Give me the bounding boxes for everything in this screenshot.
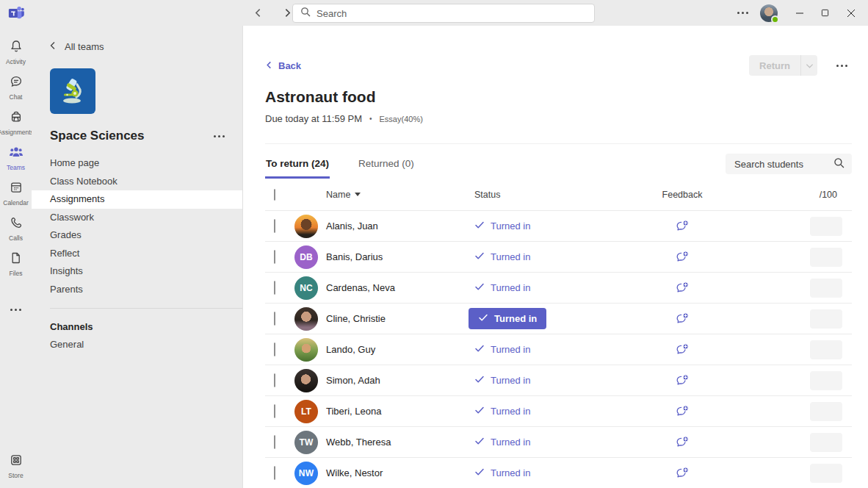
student-row: LT Tiberi, Leona Turned in [265, 396, 852, 427]
global-search[interactable] [292, 4, 595, 23]
row-checkbox[interactable] [274, 342, 275, 356]
row-checkbox[interactable] [274, 219, 275, 233]
nav-item-parents[interactable]: Parents [32, 281, 242, 299]
feedback-button[interactable] [675, 281, 690, 295]
nav-item-classwork[interactable]: Classwork [32, 209, 242, 227]
feedback-button[interactable] [675, 312, 690, 326]
return-dropdown-button[interactable] [801, 55, 817, 76]
assignment-more-button[interactable] [832, 60, 852, 71]
team-picture[interactable] [50, 68, 95, 114]
turned-in-status[interactable]: Turned in [474, 436, 530, 448]
grade-input[interactable] [810, 402, 842, 421]
turned-in-status[interactable]: Turned in [474, 467, 530, 479]
tab-returned[interactable]: Returned (0) [358, 158, 415, 179]
student-name[interactable]: Banis, Darius [319, 251, 466, 262]
feedback-button[interactable] [675, 404, 690, 419]
turned-in-status[interactable]: Turned in [474, 251, 530, 263]
feedback-button[interactable] [675, 250, 690, 265]
student-name[interactable]: Lando, Guy [319, 344, 466, 355]
student-name[interactable]: Simon, Adah [319, 375, 466, 386]
ellipsis-icon [6, 304, 26, 315]
assignment-detail-panel: Back Return Astronaut food Due today at … [242, 26, 868, 488]
rail-item-files[interactable]: Files [0, 246, 32, 281]
student-name[interactable]: Webb, Theresa [319, 437, 466, 448]
rail-item-calls[interactable]: Calls [0, 211, 32, 246]
rail-item-assignments[interactable]: Assignments [0, 105, 32, 140]
row-checkbox[interactable] [274, 312, 275, 326]
nav-item-class-notebook[interactable]: Class Notebook [32, 173, 242, 191]
close-button[interactable] [838, 0, 864, 26]
return-button[interactable]: Return [749, 55, 801, 76]
turned-in-status[interactable]: Turned in [474, 343, 530, 356]
turned-in-status[interactable]: Turned in [474, 281, 530, 294]
rail-more-apps-button[interactable] [0, 292, 32, 327]
back-link[interactable]: Back [265, 60, 301, 71]
all-teams-link[interactable]: All teams [48, 41, 242, 52]
team-nav: Home page Class Notebook Assignments Cla… [32, 154, 242, 298]
grade-input[interactable] [810, 309, 842, 329]
channel-general[interactable]: General [32, 335, 242, 354]
select-all-checkbox[interactable] [274, 189, 275, 201]
back-nav-button[interactable] [250, 4, 266, 21]
table-header: Name Status Feedback /100 [265, 179, 852, 211]
minimize-button[interactable] [786, 0, 812, 26]
row-checkbox[interactable] [274, 250, 275, 264]
due-date: Due today at 11:59 PM [265, 113, 362, 124]
maximize-button[interactable] [812, 0, 838, 26]
rail-item-store[interactable]: Store [0, 448, 32, 484]
grade-input[interactable] [810, 248, 842, 267]
user-avatar[interactable] [760, 4, 778, 22]
turned-in-status[interactable]: Turned in [474, 374, 530, 387]
feedback-button[interactable] [675, 219, 690, 234]
feedback-button[interactable] [675, 373, 690, 388]
student-row: DB Banis, Darius Turned in [265, 242, 852, 273]
student-name[interactable]: Wilke, Nestor [319, 467, 466, 478]
team-more-button[interactable] [209, 131, 229, 142]
student-name[interactable]: Tiberi, Leona [319, 406, 466, 417]
rail-item-activity[interactable]: Activity [0, 35, 32, 70]
column-feedback: Feedback [662, 190, 703, 200]
grade-input[interactable] [810, 433, 842, 452]
settings-more-button[interactable] [733, 7, 753, 18]
nav-item-assignments[interactable]: Assignments [32, 190, 242, 209]
student-name[interactable]: Cardenas, Neva [319, 282, 466, 293]
student-row: Lando, Guy Turned in [265, 334, 852, 365]
grade-input[interactable] [810, 464, 842, 483]
global-search-input[interactable] [317, 8, 587, 19]
student-search[interactable] [726, 154, 852, 174]
row-checkbox[interactable] [274, 373, 275, 387]
row-checkbox[interactable] [274, 404, 275, 418]
grade-input[interactable] [810, 279, 842, 298]
rail-item-calendar[interactable]: Calendar [0, 176, 32, 211]
row-checkbox[interactable] [274, 466, 275, 480]
checkmark-icon [478, 312, 488, 325]
turned-in-status[interactable]: Turned in [474, 405, 530, 417]
student-avatar: DB [294, 245, 318, 269]
rail-item-teams[interactable]: Teams [0, 140, 32, 176]
student-row: Cline, Christie Turned in [265, 304, 852, 334]
row-checkbox[interactable] [274, 281, 275, 295]
presence-available-icon [771, 15, 779, 24]
student-search-input[interactable] [734, 159, 833, 170]
feedback-button[interactable] [675, 466, 690, 481]
rail-item-chat[interactable]: Chat [0, 70, 32, 105]
turned-in-status[interactable]: Turned in [474, 220, 530, 232]
column-name[interactable]: Name [319, 190, 466, 200]
grade-input[interactable] [810, 340, 842, 359]
nav-item-insights[interactable]: Insights [32, 262, 242, 281]
feedback-button[interactable] [675, 435, 690, 450]
nav-item-grades[interactable]: Grades [32, 226, 242, 245]
row-checkbox[interactable] [274, 435, 275, 449]
checkmark-icon [474, 405, 485, 417]
grade-input[interactable] [810, 217, 842, 236]
student-name[interactable]: Alanis, Juan [319, 220, 466, 232]
nav-item-home-page[interactable]: Home page [32, 154, 242, 173]
student-name[interactable]: Cline, Christie [319, 313, 466, 324]
student-avatar [294, 307, 318, 331]
grade-input[interactable] [810, 371, 842, 390]
feedback-button[interactable] [675, 342, 690, 357]
tab-to-return[interactable]: To return (24) [265, 158, 330, 179]
checkmark-icon [474, 374, 485, 387]
turned-in-status[interactable]: Turned in [469, 308, 546, 329]
nav-item-reflect[interactable]: Reflect [32, 245, 242, 263]
